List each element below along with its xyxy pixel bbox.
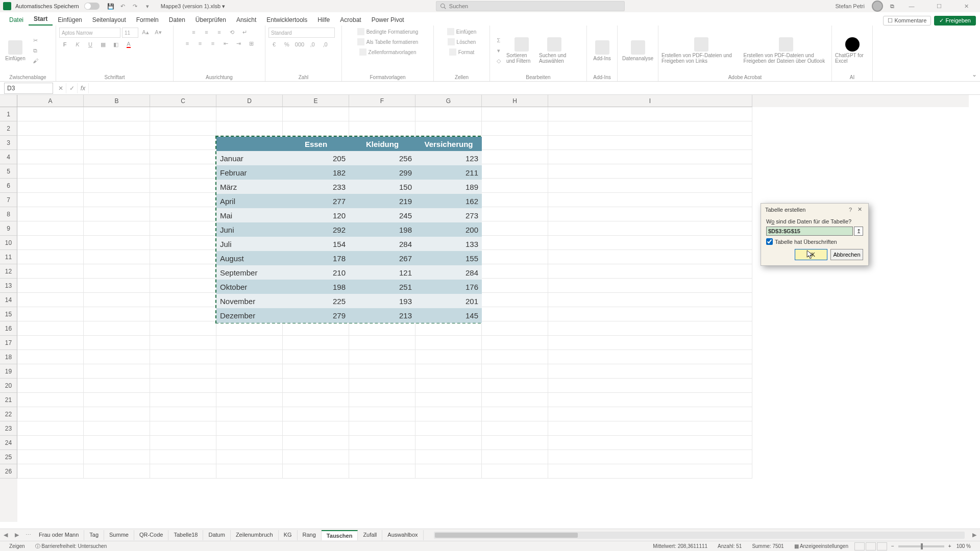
table-cell[interactable]: Mai	[216, 208, 283, 223]
table-cell[interactable]: 233	[283, 180, 349, 194]
present-icon[interactable]: ⧉	[890, 3, 894, 10]
qat-more-icon[interactable]: ▾	[143, 2, 152, 10]
share-button[interactable]: ✓ Freigeben	[934, 16, 976, 26]
row-header[interactable]: 15	[0, 307, 17, 321]
orientation-icon[interactable]: ⟲	[227, 28, 238, 37]
table-cell[interactable]: 198	[349, 222, 415, 237]
sheet-nav-more-icon[interactable]: ⋯	[22, 530, 34, 540]
table-cell[interactable]: Dezember	[216, 308, 283, 323]
table-cell[interactable]: 200	[415, 222, 482, 237]
col-header[interactable]: D	[216, 95, 283, 107]
avatar-icon[interactable]	[872, 1, 883, 12]
table-cell[interactable]: 201	[415, 294, 482, 309]
italic-icon[interactable]: K	[72, 40, 83, 49]
table-cell[interactable]: 198	[283, 280, 349, 294]
row-header[interactable]: 17	[0, 336, 17, 350]
row-header[interactable]: 7	[0, 193, 17, 207]
row-header[interactable]: 14	[0, 293, 17, 307]
undo-icon[interactable]: ↶	[119, 2, 127, 10]
number-format-combo[interactable]: Standard	[268, 28, 335, 38]
row-header[interactable]: 6	[0, 179, 17, 193]
formula-input[interactable]	[89, 83, 980, 94]
row-header[interactable]: 23	[0, 421, 17, 436]
decrease-decimal-icon[interactable]: ,0	[320, 40, 331, 49]
zoom-slider[interactable]	[898, 545, 944, 547]
row-header[interactable]: 3	[0, 136, 17, 150]
table-cell[interactable]: 189	[415, 180, 482, 194]
table-cell[interactable]: 154	[283, 237, 349, 252]
col-header[interactable]: G	[415, 95, 482, 107]
table-cell[interactable]: 251	[349, 280, 415, 294]
row-header[interactable]: 20	[0, 379, 17, 393]
accessibility-status[interactable]: ⓘ Barrierefreiheit: Untersuchen	[35, 543, 107, 550]
cancel-button[interactable]: Abbrechen	[830, 249, 863, 260]
addins-button[interactable]: Add-Ins	[590, 40, 614, 61]
row-header[interactable]: 8	[0, 207, 17, 221]
table-cell[interactable]: 133	[415, 237, 482, 252]
sheet-tab[interactable]: KG	[279, 530, 298, 540]
accept-fx-icon[interactable]: ✓	[66, 83, 78, 93]
ribbon-tab-start[interactable]: Start	[29, 13, 53, 26]
table-cell[interactable]: Juli	[216, 237, 283, 252]
row-header[interactable]: 19	[0, 364, 17, 379]
align-left-icon[interactable]: ≡	[182, 39, 193, 48]
fill-color-icon[interactable]: ◧	[110, 40, 121, 49]
table-header-cell[interactable]	[216, 137, 283, 152]
table-cell[interactable]: Oktober	[216, 280, 283, 294]
table-cell[interactable]: 178	[283, 251, 349, 266]
page-layout-view-icon[interactable]	[866, 542, 876, 550]
sheet-tab[interactable]: QR-Code	[134, 530, 168, 540]
ribbon-tab-ansicht[interactable]: Ansicht	[231, 14, 261, 26]
row-header[interactable]: 26	[0, 464, 17, 479]
table-cell[interactable]: 284	[415, 265, 482, 280]
table-cell[interactable]: 277	[283, 194, 349, 209]
merge-icon[interactable]: ⊞	[246, 39, 257, 48]
table-cell[interactable]: 279	[283, 308, 349, 323]
table-cell[interactable]: 205	[283, 151, 349, 166]
dialog-close-icon[interactable]: ✕	[855, 206, 864, 213]
row-header[interactable]: 24	[0, 436, 17, 450]
comments-button[interactable]: ☐ Kommentare	[883, 16, 931, 26]
sheet-tab[interactable]: Tabelle18	[168, 530, 203, 540]
table-cell[interactable]: November	[216, 294, 283, 309]
minimize-button[interactable]: —	[901, 1, 922, 11]
row-header[interactable]: 9	[0, 221, 17, 236]
font-size-combo[interactable]: 11	[122, 28, 138, 38]
name-box[interactable]: D3	[4, 83, 53, 94]
sheet-tab[interactable]: Tag	[84, 530, 104, 540]
zoom-in-icon[interactable]: +	[948, 543, 951, 549]
table-cell[interactable]: 176	[415, 280, 482, 294]
fill-icon[interactable]: ▾	[493, 46, 504, 55]
table-cell[interactable]: 219	[349, 194, 415, 209]
table-cell[interactable]: 182	[283, 165, 349, 180]
ribbon-tab-formeln[interactable]: Formeln	[131, 14, 164, 26]
table-header-cell[interactable]: Essen	[283, 137, 349, 152]
table-cell[interactable]: April	[216, 194, 283, 209]
table-cell[interactable]: Juni	[216, 222, 283, 237]
insert-cells[interactable]: Einfügen	[445, 28, 478, 36]
table-cell[interactable]: März	[216, 180, 283, 194]
indent-inc-icon[interactable]: ⇥	[233, 39, 244, 48]
format-cells[interactable]: Format	[447, 48, 477, 56]
row-header[interactable]: 21	[0, 393, 17, 407]
table-cell[interactable]: 284	[349, 237, 415, 252]
find-select-button[interactable]: Suchen und Auswählen	[539, 37, 570, 64]
maximize-button[interactable]: ☐	[929, 1, 949, 11]
col-header[interactable]: C	[150, 95, 216, 107]
filename-label[interactable]: Mappe3 (version 1).xlsb ▾	[161, 3, 225, 10]
wrap-text-icon[interactable]: ↵	[239, 28, 251, 37]
table-cell[interactable]: 213	[349, 308, 415, 323]
col-header[interactable]: A	[17, 95, 84, 107]
delete-cells[interactable]: Löschen	[446, 38, 478, 46]
bold-icon[interactable]: F	[59, 40, 70, 49]
row-header[interactable]: 22	[0, 407, 17, 421]
col-header[interactable]: F	[349, 95, 415, 107]
table-cell[interactable]: September	[216, 265, 283, 280]
autosave-toggle[interactable]	[84, 3, 100, 10]
user-name[interactable]: Stefan Petri	[836, 3, 865, 9]
row-header[interactable]: 1	[0, 107, 17, 121]
percent-icon[interactable]: %	[281, 40, 292, 49]
ribbon-tab-einfügen[interactable]: Einfügen	[53, 14, 87, 26]
row-header[interactable]: 25	[0, 450, 17, 464]
sheet-tab[interactable]: Frau oder Mann	[34, 530, 84, 540]
